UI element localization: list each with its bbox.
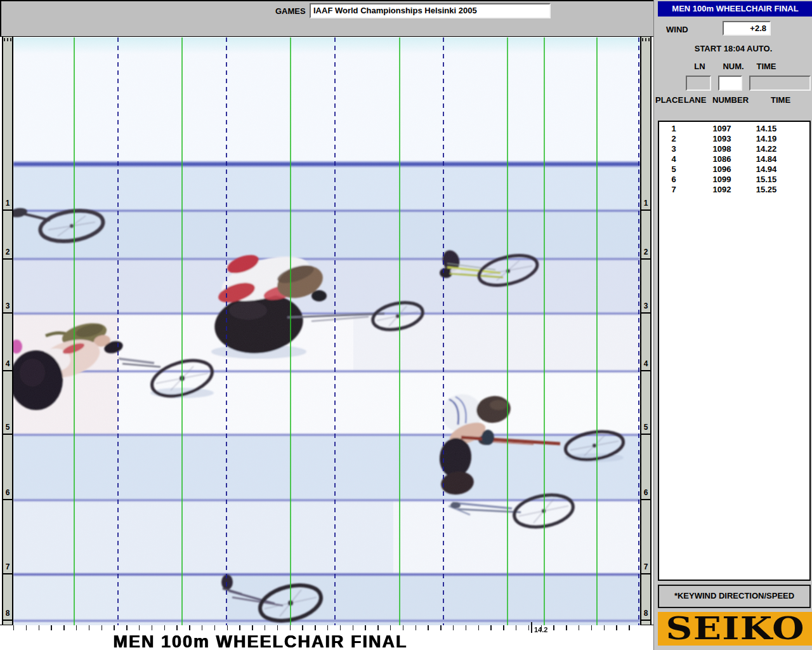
result-row: 1 1097 14.15 [659, 124, 809, 134]
results-header-lane: LANE [684, 95, 706, 105]
lane-cell: 8 [641, 574, 650, 621]
result-row: 2 1093 14.19 [659, 134, 809, 144]
lane-cell: 5 [641, 371, 650, 435]
lane-cell: 1 [641, 37, 650, 211]
meet-title-field[interactable]: IAAF World Championships Helsinki 2005 [310, 3, 551, 18]
lane-cell: 2 [3, 211, 12, 260]
lane-strip-left: 1 2 3 4 5 6 7 8 [2, 37, 13, 625]
lane-cell: 6 [641, 435, 650, 500]
lane-cell: 4 [3, 314, 12, 371]
photo-finish-area: 1 2 3 4 5 6 7 8 [0, 36, 653, 625]
entry-header-num: NUM. [720, 62, 747, 71]
results-header-place: PLACE [655, 95, 683, 105]
time-marker-tick [531, 622, 532, 633]
lane-cell: 1 [3, 37, 12, 211]
lane-cell: 3 [641, 260, 650, 314]
results-header-time: TIME [771, 95, 790, 105]
panel-event-title: MEN 100m WHEELCHAIR FINAL [658, 1, 812, 17]
games-label: GAMES [275, 6, 306, 16]
entry-header-ln: LN [690, 62, 709, 71]
lane-cell: 2 [641, 211, 650, 260]
result-row: 6 1099 15.15 [659, 175, 809, 185]
results-list: 1 1097 14.15 2 1093 14.19 3 1098 14.22 4… [658, 121, 811, 581]
results-panel: MEN 100m WHEELCHAIR FINAL WIND +2.8 STAR… [653, 0, 812, 650]
time-entry-field[interactable] [749, 76, 811, 91]
wind-label: WIND [666, 25, 688, 34]
lane-cell: 8 [3, 574, 12, 621]
lane-cell: 7 [3, 500, 12, 574]
keywind-note: *KEYWIND DIRECTION/SPEED [658, 585, 811, 608]
lane-cell: 7 [641, 500, 650, 574]
photo-finish-image [13, 37, 640, 625]
top-bar: GAMES IAAF World Championships Helsinki … [0, 0, 653, 36]
result-row: 3 1098 14.22 [659, 144, 809, 154]
entry-header-time: TIME [753, 62, 780, 71]
wind-value-field[interactable]: +2.8 [723, 21, 771, 36]
lane-cell: 6 [3, 435, 12, 500]
number-entry-field[interactable] [718, 76, 742, 91]
seiko-logo-text: SEIKO [665, 613, 805, 644]
start-info: START 18:04 AUTO. [654, 44, 812, 53]
event-title-footer: MEN 100m WHEELCHAIR FINAL [113, 632, 407, 650]
lane-strip-right: 1 2 3 4 5 6 7 8 [640, 37, 652, 625]
lane-cell: 3 [3, 260, 12, 314]
lane-entry-field[interactable] [686, 76, 711, 91]
bottom-strip: 14.2 MEN 100m WHEELCHAIR FINAL [0, 625, 653, 650]
lane-cell: 4 [641, 314, 650, 371]
result-row: 7 1092 15.25 [659, 185, 809, 195]
seiko-logo: SEIKO [658, 612, 812, 646]
lane-cell: 5 [3, 371, 12, 435]
time-marker-label: 14.2 [534, 626, 547, 633]
results-header-number: NUMBER [712, 95, 749, 105]
result-row: 5 1096 14.94 [659, 164, 809, 175]
result-row: 4 1086 14.84 [659, 154, 809, 164]
